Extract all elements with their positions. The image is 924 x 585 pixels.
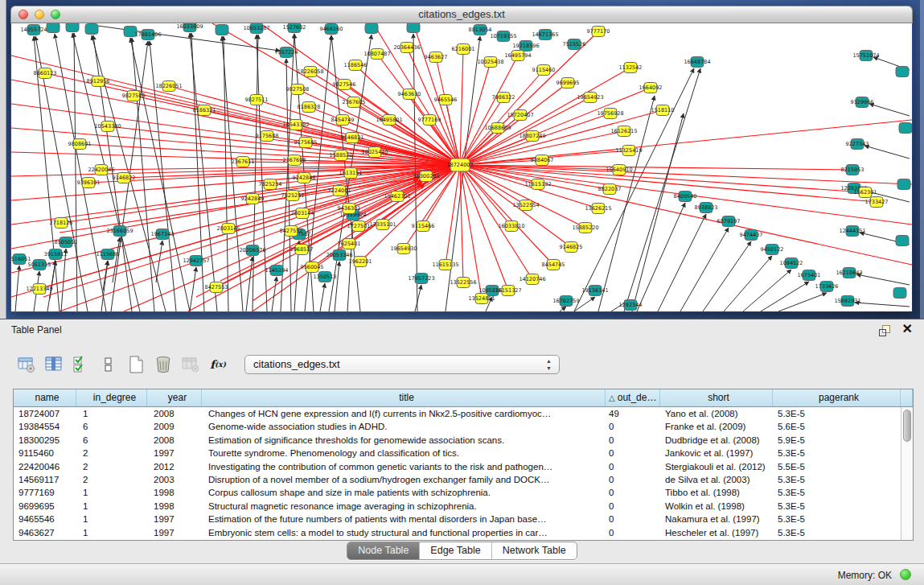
graph-edge[interactable]	[855, 303, 910, 307]
select-rows-icon[interactable]	[71, 354, 92, 375]
table-row[interactable]: 946554611997Estimation of the future num…	[14, 513, 901, 525]
graph-node[interactable]	[66, 23, 79, 32]
graph-node-label: 2803144	[291, 210, 314, 216]
graph-edge[interactable]	[246, 257, 253, 311]
table-cell: 5.3E-5	[773, 526, 901, 539]
table-cell: 9463627	[14, 526, 76, 539]
vertical-scrollbar[interactable]	[901, 407, 913, 540]
table-cell: 0	[606, 447, 660, 459]
graph-edge[interactable]	[196, 183, 421, 297]
column-header-short[interactable]: short	[660, 389, 773, 406]
graph-edge[interactable]	[460, 97, 590, 165]
graph-node[interactable]	[407, 23, 420, 33]
table-cell: 5.3E-5	[773, 447, 901, 459]
table-row[interactable]: 1938455462009Genome-wide association stu…	[14, 420, 901, 433]
graph-node[interactable]	[365, 23, 378, 34]
graph-edge[interactable]	[460, 165, 511, 226]
close-panel-icon[interactable]: ✕	[902, 321, 913, 336]
create-table-icon[interactable]	[125, 354, 146, 375]
column-header-title[interactable]: title	[202, 389, 606, 406]
graph-node-label: 7625401	[338, 241, 361, 247]
graph-edge[interactable]	[743, 270, 791, 311]
graph-node-label: 2367611	[232, 159, 255, 165]
column-header-year[interactable]: year	[147, 389, 202, 406]
graph-edge[interactable]	[74, 33, 77, 311]
zoom-window-button[interactable]	[51, 10, 60, 19]
graph-edge[interactable]	[15, 266, 19, 311]
graph-node[interactable]	[216, 25, 228, 35]
column-header-in-degree[interactable]: in_degree	[76, 389, 147, 406]
column-header-name[interactable]: name	[14, 389, 76, 406]
graph-node[interactable]	[893, 288, 906, 299]
graph-edge[interactable]	[272, 277, 277, 311]
tab-node-table[interactable]: Node Table	[347, 542, 419, 559]
graph-edge[interactable]	[320, 283, 325, 311]
function-builder-icon[interactable]: f(x)	[207, 354, 228, 375]
graph-node[interactable]	[899, 123, 912, 134]
graph-edge[interactable]	[190, 267, 196, 311]
table-row[interactable]: 1830029562008Estimation of significance …	[14, 434, 901, 447]
graph-edge[interactable]	[103, 261, 108, 290]
graph-edge[interactable]	[191, 33, 204, 311]
scrollbar-thumb[interactable]	[903, 410, 911, 442]
table-cell: 2	[76, 447, 147, 459]
table-cell: 2	[76, 460, 147, 473]
table-cell: 2003	[147, 473, 202, 486]
graph-edge[interactable]	[212, 23, 460, 165]
table-selector-dropdown[interactable]: citations_edges.txt ▲▼	[244, 355, 560, 374]
graph-node-label: 17335101	[369, 221, 396, 228]
tab-edge-table[interactable]: Edge Table	[419, 542, 491, 559]
graph-edge[interactable]	[761, 282, 809, 311]
show-columns-icon[interactable]	[43, 354, 64, 375]
row-height-icon[interactable]	[98, 354, 119, 375]
graph-edge[interactable]	[703, 241, 751, 311]
graph-node[interactable]	[47, 23, 60, 33]
network-canvas[interactable]: 1405572417691406160338091065328715276029…	[11, 23, 912, 311]
table-cell: Jankovic et al. (1997)	[660, 447, 773, 459]
tab-network-table[interactable]: Network Table	[491, 542, 577, 559]
table-options-icon[interactable]	[16, 354, 37, 375]
table-row[interactable]: 946362711997Embryonic stem cells: a mode…	[14, 526, 901, 539]
graph-edge[interactable]	[680, 228, 729, 311]
table-toolbar: f(x) citations_edges.txt ▲▼	[16, 352, 560, 377]
table-row[interactable]: 2242004622012Investigating the contribut…	[14, 460, 901, 473]
graph-edge[interactable]	[637, 203, 685, 311]
graph-edge[interactable]	[415, 285, 421, 311]
column-header-out-de-[interactable]: △out_de…	[606, 389, 660, 406]
graph-node-label: 1527602	[283, 24, 306, 31]
column-header-pagerank[interactable]: pagerank	[773, 389, 901, 406]
network-graph[interactable]: 1405572417691406160338091065328715276029…	[11, 23, 912, 311]
network-window-titlebar[interactable]: citations_edges.txt	[10, 6, 913, 23]
table-header-row: namein_degreeyeartitle△out_de…shortpager…	[14, 389, 913, 407]
graph-node[interactable]	[85, 24, 98, 35]
graph-node-label: 8454745	[542, 262, 565, 268]
graph-edge[interactable]	[864, 146, 910, 159]
table-row[interactable]: 977716911998Corpus callosum shape and si…	[14, 486, 901, 499]
graph-edge[interactable]	[869, 104, 910, 116]
graph-edge[interactable]	[460, 49, 463, 165]
graph-edge[interactable]	[856, 274, 910, 285]
graph-edge[interactable]	[130, 38, 190, 311]
table-cell: 9777169	[14, 486, 76, 499]
minimize-window-button[interactable]	[35, 10, 44, 19]
graph-edge[interactable]	[460, 165, 526, 205]
graph-node-label: 16151327	[495, 287, 521, 294]
graph-edge[interactable]	[724, 256, 772, 311]
table-row[interactable]: 1456911722003Disruption of a novel membe…	[14, 473, 901, 486]
graph-node-label: 11325419	[615, 147, 642, 154]
graph-edge[interactable]	[560, 307, 566, 311]
graph-node[interactable]	[896, 67, 909, 77]
table-row[interactable]: 911546021997Tourette syndrome. Phenomeno…	[14, 447, 901, 459]
table-row[interactable]: 969969511998Structural magnetic resonanc…	[14, 500, 901, 513]
close-window-button[interactable]	[18, 10, 28, 19]
graph-node[interactable]	[896, 236, 909, 246]
graph-edge[interactable]	[460, 165, 532, 279]
graph-edge[interactable]	[190, 33, 217, 311]
float-panel-icon[interactable]	[879, 325, 890, 336]
delete-table-icon[interactable]	[153, 354, 174, 375]
graph-node[interactable]	[897, 179, 910, 190]
graph-node-label: 10543382	[282, 122, 309, 128]
memory-ok-indicator[interactable]	[900, 569, 911, 580]
graph-edge[interactable]	[658, 214, 706, 311]
table-row[interactable]: 1872400712008Changes of HCN gene express…	[14, 407, 901, 420]
